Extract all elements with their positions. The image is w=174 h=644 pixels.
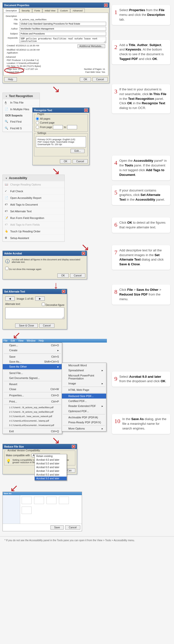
submenu-press-ready[interactable]: Press-Ready PDF (PDF/X) xyxy=(62,420,106,425)
menu-close[interactable]: CloseCtrl+W xyxy=(3,387,62,392)
accessibility-item[interactable]: ✓Full Check xyxy=(3,188,64,195)
author-input[interactable] xyxy=(20,27,106,31)
submenu-html[interactable]: HTML Web Page xyxy=(62,388,106,392)
menu-properties[interactable]: Properties...Ctrl+D xyxy=(3,393,62,398)
alt-text-input[interactable] xyxy=(5,308,64,319)
menu-save-as[interactable]: Save As...Shift+Ctrl+S xyxy=(3,359,62,364)
from-input[interactable] xyxy=(53,125,63,129)
menu-recent-4[interactable]: 4 C:\Users\Lori\Documents\...\stamp.pdf xyxy=(3,418,62,423)
places-sidebar[interactable] xyxy=(3,495,20,524)
submenu-reader-extended[interactable]: Reader Extended PDF▸ xyxy=(62,404,106,409)
accessibility-item[interactable]: 👆Touch Up Reading Order xyxy=(3,228,64,235)
menu-open[interactable]: Open...Ctrl+O xyxy=(3,343,62,348)
option-4[interactable]: Acrobat 4.0 and later xyxy=(35,458,67,462)
close-icon[interactable]: × xyxy=(84,108,88,112)
do-not-show-checkbox[interactable] xyxy=(5,267,9,270)
menu-recent-3[interactable]: 3 C:\Users\Lori\...\new_secure_network.p… xyxy=(3,414,62,418)
accessibility-item: 🏷Add Tags to Form Fields xyxy=(3,222,64,228)
submenu-spreadsheet[interactable]: Spreadsheet▸ xyxy=(62,368,106,373)
in-this-file-item[interactable]: A̲In This File xyxy=(3,99,40,106)
menu-recent-5[interactable]: 5 C:\Users\Lori\Documents\...\Howtosend.… xyxy=(3,423,62,428)
menu-print[interactable]: Print...Ctrl+P xyxy=(3,399,62,404)
view-menu-button[interactable]: View xyxy=(18,339,24,342)
menu-send-file[interactable]: Send File... xyxy=(3,370,62,376)
arrow-down-icon: ↙ xyxy=(3,332,109,339)
file-icon[interactable] xyxy=(34,496,44,504)
file-icon[interactable] xyxy=(46,496,56,504)
menu-revert[interactable]: Revert xyxy=(3,382,62,387)
tab-advanced[interactable]: Advanced xyxy=(70,8,85,13)
all-pages-radio[interactable] xyxy=(36,117,39,120)
save-close-button[interactable]: Save & Close xyxy=(15,324,38,328)
edit-button[interactable]: Edit... xyxy=(71,149,84,153)
tab-initial-view[interactable]: Initial View xyxy=(43,8,58,13)
ok-button[interactable]: OK xyxy=(60,159,71,164)
current-page-radio[interactable] xyxy=(36,121,39,124)
close-icon[interactable]: × xyxy=(72,445,75,448)
window-menu-button[interactable]: Window xyxy=(27,339,36,342)
subject-input[interactable] xyxy=(20,32,106,36)
to-input[interactable] xyxy=(67,125,77,129)
submenu-image[interactable]: Image▸ xyxy=(62,381,106,386)
menu-create[interactable]: Create▸ xyxy=(3,348,62,353)
option-6[interactable]: Acrobat 6.0 and later xyxy=(35,466,67,469)
menu-get-signed[interactable]: Get Documents Signed... xyxy=(3,376,62,380)
compat-dropdown-list[interactable]: Retain existing Acrobat 4.0 and later Ac… xyxy=(35,454,67,480)
file-icon[interactable] xyxy=(59,496,69,504)
tab-custom[interactable]: Custom xyxy=(58,8,70,13)
tab-security[interactable]: Security xyxy=(19,8,32,13)
submenu-ppt[interactable]: Microsoft PowerPoint Presentation xyxy=(62,373,106,381)
tab-description[interactable]: Description xyxy=(4,8,19,13)
help-button[interactable]: Help xyxy=(4,77,17,82)
cancel-button[interactable]: Cancel xyxy=(93,77,108,82)
close-icon[interactable]: × xyxy=(82,252,85,255)
next-image-button[interactable]: ▶ xyxy=(35,296,45,301)
submenu-archivable[interactable]: Archivable PDF (PDF/A) xyxy=(62,415,106,420)
accessibility-item[interactable]: 🏷Set Alternate Text xyxy=(3,208,64,215)
file-icon[interactable] xyxy=(22,496,32,504)
additional-metadata-button[interactable]: Additional Metadata... xyxy=(77,44,105,48)
menu-save-as-other[interactable]: Save As Other▸ xyxy=(3,364,62,369)
menu-exit[interactable]: ExitCtrl+Q xyxy=(3,429,62,434)
menu-save[interactable]: SaveCtrl+S xyxy=(3,354,62,359)
ok-button[interactable]: OK xyxy=(80,77,91,82)
cancel-button[interactable]: Cancel xyxy=(39,324,54,328)
tab-fonts[interactable]: Fonts xyxy=(32,8,43,13)
file-menu-button[interactable]: File xyxy=(4,339,8,342)
accessibility-item[interactable]: 📄Open Accessibility Report xyxy=(3,195,64,201)
cancel-button[interactable]: Cancel xyxy=(70,274,85,278)
menu-recent-1[interactable]: 1 C:\Users\...\8_actions_sop_wwfacilitie… xyxy=(3,405,62,410)
title-input[interactable] xyxy=(20,22,106,26)
keywords-input[interactable]: SOP policies procedures facilities real … xyxy=(20,37,106,43)
submenu-optimized[interactable]: Optimized PDF... xyxy=(62,409,106,414)
cancel-button[interactable]: Cancel xyxy=(65,525,80,530)
option-9[interactable]: Acrobat 9.0 and later xyxy=(35,476,67,480)
help-menu-button[interactable]: Help xyxy=(39,339,44,342)
accessibility-item[interactable]: ⚙Setup Assistant xyxy=(3,235,64,242)
prev-image-button[interactable]: ◀ xyxy=(5,296,15,301)
option-retain[interactable]: Retain existing xyxy=(35,454,67,458)
file-icon[interactable] xyxy=(22,506,32,514)
option-8[interactable]: Acrobat 8.0 and later xyxy=(35,473,67,476)
submenu-more-options[interactable]: More Options▸ xyxy=(62,426,106,431)
submenu-word[interactable]: Microsoft Word xyxy=(62,363,106,368)
submenu-certified[interactable]: Certified PDF... xyxy=(62,398,106,404)
option-5[interactable]: Acrobat 5.0 and later xyxy=(35,462,67,466)
edit-menu-button[interactable]: Edit xyxy=(11,339,15,342)
panel-header[interactable]: Text Recognition xyxy=(3,93,40,99)
accessibility-item[interactable]: 🏷Add Tags to Document xyxy=(3,201,64,208)
ok-button[interactable]: OK xyxy=(57,274,68,278)
menu-recent-2[interactable]: 2 C:\Users\...\8_actions_sop_wwfacilitie… xyxy=(3,410,62,414)
cancel-button[interactable]: Cancel xyxy=(72,159,88,164)
accessibility-item[interactable]: 📝Run Form Field Recognition xyxy=(3,215,64,222)
menu-bar: File Edit View Window Help xyxy=(3,339,107,342)
file-list[interactable] xyxy=(20,495,82,524)
save-button[interactable]: Save xyxy=(50,525,64,530)
close-icon[interactable]: × xyxy=(104,4,108,7)
submenu-reduced-size[interactable]: Reduced Size PDF... xyxy=(62,394,106,398)
in-multiple-files-item[interactable]: 📄In Multiple Files xyxy=(3,106,40,113)
decorative-checkbox[interactable] xyxy=(42,303,45,306)
close-icon[interactable]: × xyxy=(62,290,65,293)
option-7[interactable]: Acrobat 7.0 and later xyxy=(35,469,67,473)
from-page-radio[interactable] xyxy=(36,126,39,129)
